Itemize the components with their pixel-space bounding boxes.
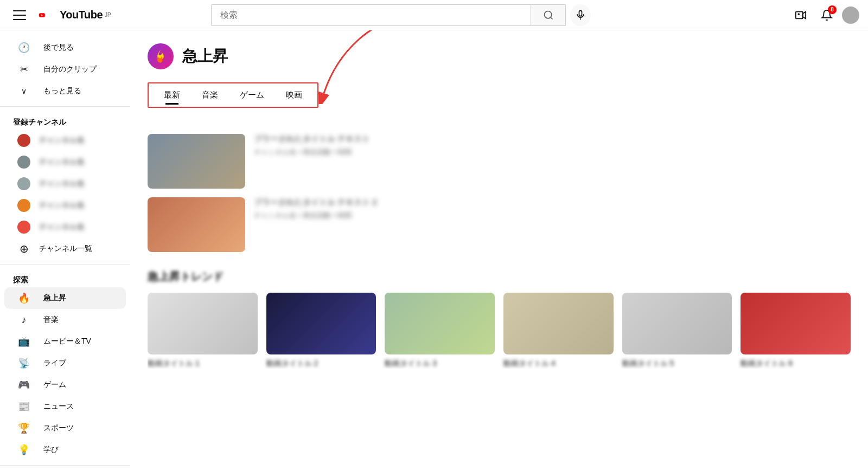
grid-video-1[interactable]: 動画タイトル 1 [148,293,258,369]
create-button[interactable] [790,4,812,26]
sidebar-divider-2 [0,264,130,264]
sidebar-label-trending: 急上昇 [43,293,66,303]
flame-icon [153,49,168,64]
learning-icon: 💡 [17,443,30,456]
registered-channels-title: 登録チャンネル [0,111,130,130]
video-item-1[interactable]: ブラーされたタイトル テキスト チャンネル名 • 再生回数 • 時間 [148,134,851,189]
svg-point-0 [544,11,551,18]
channel-avatar-5 [17,221,30,234]
video-info-2: ブラーされたタイトル テキスト 2 チャンネル名 • 再生回数 • 時間 [254,197,851,221]
sidebar-label-learning: 学び [43,445,59,455]
grid-title-1: 動画タイトル 1 [148,359,258,369]
channel-item-1[interactable]: チャンネル名 [4,130,126,151]
channel-name-4: チャンネル名 [39,201,85,210]
search-bar [211,4,566,26]
tab-gaming[interactable]: ゲーム [229,86,275,105]
video-thumbnail-2 [148,197,245,252]
search-button[interactable] [531,4,565,26]
mic-icon [575,10,586,21]
clips-icon: ✂ [17,63,30,76]
page-title: 急上昇 [182,46,228,67]
grid-thumbnail-1 [148,293,258,354]
sidebar-label-news: ニュース [43,402,74,411]
main-content: 急上昇 最新 音楽 ゲーム 映画 ブラーされたタイトル テキスト チャンネル名 … [130,30,868,382]
channel-item-4[interactable]: チャンネル名 [4,195,126,216]
tab-music[interactable]: 音楽 [191,86,229,105]
sidebar-item-movies[interactable]: 📺 ムービー＆TV [4,331,126,352]
movies-icon: 📺 [17,335,30,348]
svg-line-1 [550,17,552,19]
sports-icon: 🏆 [17,422,30,435]
channel-list-all[interactable]: ⊕ チャンネル一覧 [4,238,126,260]
notification-badge: 8 [828,5,837,14]
grid-title-3: 動画タイトル 3 [385,359,495,369]
grid-video-2[interactable]: 動画タイトル 2 [266,293,376,369]
sidebar-item-live[interactable]: 📡 ライブ [4,352,126,374]
sidebar-label-clips: 自分のクリップ [43,64,97,74]
svg-rect-2 [579,10,582,16]
channel-avatar-3 [17,177,30,190]
grid-thumbnail-2 [266,293,376,354]
gaming-icon: 🎮 [17,378,30,391]
trending-page-icon [148,43,174,69]
grid-video-5[interactable]: 動画タイトル 5 [622,293,732,369]
channel-item-5[interactable]: チャンネル名 [4,216,126,238]
page-header: 急上昇 [148,43,851,69]
channel-avatar-2 [17,156,30,169]
grid-video-4[interactable]: 動画タイトル 4 [503,293,614,369]
music-icon: ♪ [17,313,30,326]
channel-item-2[interactable]: チャンネル名 [4,151,126,173]
channel-name-2: チャンネル名 [39,157,85,167]
news-icon: 📰 [17,400,30,413]
sidebar-item-gaming[interactable]: 🎮 ゲーム [4,374,126,396]
sidebar-item-more[interactable]: ∨ もっと見る [4,80,126,102]
section-title-trending: 急上昇トレンド [148,269,851,284]
channel-name-5: チャンネル名 [39,222,85,232]
sidebar-label-more: もっと見る [43,86,81,96]
grid-thumbnail-6 [741,293,851,354]
channel-avatar-1 [17,134,30,147]
video-item-2[interactable]: ブラーされたタイトル テキスト 2 チャンネル名 • 再生回数 • 時間 [148,197,851,252]
sidebar-label-music: 音楽 [43,315,59,325]
mic-button[interactable] [570,4,590,26]
notifications-button[interactable]: 8 [816,4,838,26]
user-avatar[interactable] [842,7,859,24]
grid-title-2: 動画タイトル 2 [266,359,376,369]
search-input[interactable] [212,10,531,20]
create-icon [795,9,807,21]
logo-text: YouTube [60,9,103,21]
search-icon [543,10,554,21]
channel-item-3[interactable]: チャンネル名 [4,173,126,195]
header: YouTubeJP 8 [0,0,868,30]
logo-jp: JP [105,12,111,18]
sidebar-item-music[interactable]: ♪ 音楽 [4,309,126,331]
grid-title-4: 動画タイトル 4 [503,359,614,369]
video-title-2: ブラーされたタイトル テキスト 2 [254,197,851,208]
video-thumbnail-1 [148,134,245,189]
tab-latest[interactable]: 最新 [153,86,191,105]
video-info-1: ブラーされたタイトル テキスト チャンネル名 • 再生回数 • 時間 [254,134,851,157]
grid-title-6: 動画タイトル 6 [741,359,851,369]
tab-movies[interactable]: 映画 [275,86,313,105]
live-icon: 📡 [17,357,30,370]
sidebar-item-trending[interactable]: 🔥 急上昇 [4,287,126,309]
video-meta-2: チャンネル名 • 再生回数 • 時間 [254,211,851,221]
sidebar-divider-1 [0,106,130,107]
sidebar-item-news[interactable]: 📰 ニュース [4,396,126,417]
channel-name-3: チャンネル名 [39,179,85,189]
sidebar-item-sports[interactable]: 🏆 スポーツ [4,417,126,439]
channel-name-1: チャンネル名 [39,136,85,145]
sidebar-item-watch-later[interactable]: 🕐 後で見る [4,37,126,59]
sidebar-item-clips[interactable]: ✂ 自分のクリップ [4,59,126,80]
youtube-logo[interactable]: YouTubeJP [39,9,111,22]
sidebar-label-movies: ムービー＆TV [43,337,91,346]
grid-title-5: 動画タイトル 5 [622,359,732,369]
grid-video-3[interactable]: 動画タイトル 3 [385,293,495,369]
channel-list-label: チャンネル一覧 [39,244,92,254]
grid-thumbnail-4 [503,293,614,354]
youtube-logo-svg [39,9,58,22]
sidebar-divider-3 [0,465,130,466]
grid-video-6[interactable]: 動画タイトル 6 [741,293,851,369]
sidebar-item-learning[interactable]: 💡 学び [4,439,126,461]
hamburger-menu-button[interactable] [9,4,30,26]
